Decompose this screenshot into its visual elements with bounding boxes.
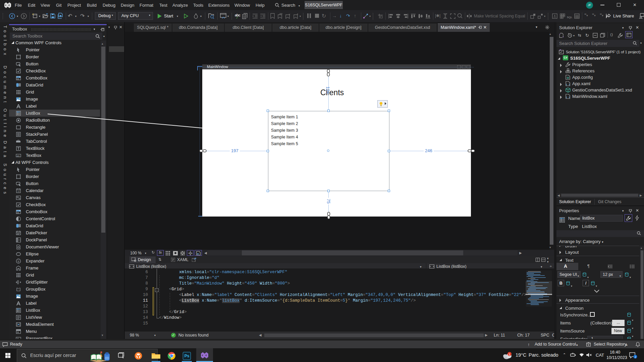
svg-text:2: 2 [635, 355, 636, 359]
svg-text:xy: xy [17, 287, 19, 289]
svg-text:12: 12 [17, 190, 20, 192]
svg-text:1: 1 [509, 353, 511, 356]
svg-text:abl: abl [17, 155, 19, 157]
